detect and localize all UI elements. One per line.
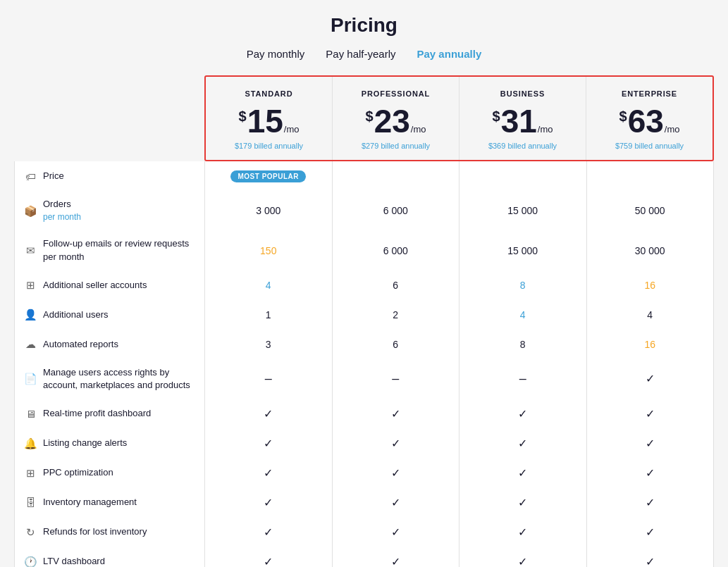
feature-label-profit-dashboard: 🖥 Real-time profit dashboard xyxy=(15,399,205,428)
plan-inventory-business: ✓ xyxy=(459,487,587,517)
plan-price-professional: $ 23 /mo xyxy=(340,105,452,137)
check-icon: ✓ xyxy=(391,555,400,567)
check-icon: ✓ xyxy=(264,466,273,480)
feature-text-alerts: Listing change alerts xyxy=(43,437,196,449)
plan-profit-professional: ✓ xyxy=(333,399,460,428)
grid-icon: ⊞ xyxy=(23,466,37,480)
dash-icon: – xyxy=(392,371,399,386)
plan-ltv-professional: ✓ xyxy=(333,547,460,567)
feature-text-profit-dashboard: Real-time profit dashboard xyxy=(43,407,196,420)
plan-currency-standard: $ xyxy=(239,109,247,123)
plan-seller-professional: 6 xyxy=(333,270,460,300)
plan-access-enterprise: ✓ xyxy=(587,359,714,399)
plan-seller-enterprise: 16 xyxy=(587,270,714,300)
feature-text-refunds: Refunds for lost inventory xyxy=(43,525,196,538)
orders-icon: 📦 xyxy=(23,204,37,218)
plan-inventory-standard: ✓ xyxy=(205,487,333,517)
plan-profit-standard: ✓ xyxy=(205,399,333,428)
plan-currency-business: $ xyxy=(493,109,500,123)
feature-text-inventory: Inventory management xyxy=(43,496,196,509)
plan-emails-professional: 6 000 xyxy=(333,230,460,270)
features-col-spacer xyxy=(14,75,204,161)
check-icon: ✓ xyxy=(391,437,400,450)
plan-billed-professional: $279 billed annually xyxy=(340,142,452,150)
feature-text-orders: Orders per month xyxy=(43,198,196,223)
check-icon: ✓ xyxy=(646,372,655,385)
plan-price-professional-cell xyxy=(333,161,460,191)
check-icon: ✓ xyxy=(518,437,527,450)
feature-row-users: 👤 Additional users 1 2 4 4 xyxy=(15,300,713,330)
price-tag-icon: 🏷 xyxy=(23,169,37,183)
plan-emails-business: 15 000 xyxy=(459,230,587,270)
plan-price-enterprise-cell xyxy=(587,161,714,191)
tab-annually[interactable]: Pay annually xyxy=(417,46,482,61)
plan-header-business: BUSINESS $ 31 /mo $369 billed annually xyxy=(459,77,586,160)
plan-currency-professional: $ xyxy=(366,109,374,123)
check-icon: ✓ xyxy=(391,496,400,509)
feature-row-orders: 📦 Orders per month 3 000 6 000 15 000 50… xyxy=(15,191,713,230)
check-icon: ✓ xyxy=(518,496,527,509)
bell-icon: 🔔 xyxy=(23,436,37,450)
feature-row-seller-accounts: ⊞ Additional seller accounts 4 6 8 16 xyxy=(15,270,713,300)
plan-ltv-enterprise: ✓ xyxy=(587,547,714,567)
plan-orders-enterprise: 50 000 xyxy=(587,191,714,230)
feature-text-access-rights: Manage users access rights by account, m… xyxy=(43,366,196,392)
plan-price-standard: $ 15 /mo xyxy=(213,105,325,137)
feature-row-ppc: ⊞ PPC optimization ✓ ✓ ✓ ✓ xyxy=(15,458,713,487)
plan-orders-business: 15 000 xyxy=(459,191,587,230)
plan-access-business: – xyxy=(459,359,587,399)
feature-text-price: Price xyxy=(43,170,196,182)
check-icon: ✓ xyxy=(518,407,527,420)
plan-period-standard: /mo xyxy=(284,124,300,135)
email-icon: ✉ xyxy=(23,244,37,258)
feature-row-alerts: 🔔 Listing change alerts ✓ ✓ ✓ ✓ xyxy=(15,428,713,458)
check-icon: ✓ xyxy=(391,466,400,480)
plan-ltv-standard: ✓ xyxy=(205,547,333,567)
plan-users-business: 4 xyxy=(459,300,587,330)
check-icon: ✓ xyxy=(391,407,400,420)
plan-price-business-cell xyxy=(459,161,587,191)
check-icon: ✓ xyxy=(646,466,655,480)
feature-text-users: Additional users xyxy=(43,309,196,321)
feature-text-seller-accounts: Additional seller accounts xyxy=(43,279,196,292)
check-icon: ✓ xyxy=(264,525,273,539)
feature-label-inventory: 🗄 Inventory management xyxy=(15,487,205,517)
plan-users-standard: 1 xyxy=(205,300,333,330)
check-icon: ✓ xyxy=(518,466,527,480)
feature-label-alerts: 🔔 Listing change alerts xyxy=(15,428,205,458)
feature-row-access-rights: 📄 Manage users access rights by account,… xyxy=(15,359,713,399)
box-icon: 🗄 xyxy=(23,495,37,509)
dash-icon: – xyxy=(519,371,526,386)
feature-text-reports: Automated reports xyxy=(43,338,196,351)
plan-header-professional: PROFESSIONAL $ 23 /mo $279 billed annual… xyxy=(333,77,459,160)
plan-users-professional: 2 xyxy=(333,300,460,330)
check-icon: ✓ xyxy=(264,437,273,450)
plan-currency-enterprise: $ xyxy=(619,109,627,123)
clock-icon: 🕐 xyxy=(23,554,37,567)
plan-name-enterprise: ENTERPRISE xyxy=(593,89,705,98)
document-icon: 📄 xyxy=(23,372,37,386)
plan-price-business: $ 31 /mo xyxy=(467,105,579,137)
plan-reports-standard: 3 xyxy=(205,330,333,359)
page-wrapper: Pricing Pay monthly Pay half-yearly Pay … xyxy=(0,0,728,567)
dash-icon: – xyxy=(265,371,272,386)
plan-alerts-enterprise: ✓ xyxy=(587,428,714,458)
plan-reports-enterprise: 16 xyxy=(587,330,714,359)
tab-halfyearly[interactable]: Pay half-yearly xyxy=(326,46,395,61)
plan-refunds-enterprise: ✓ xyxy=(587,517,714,547)
feature-row-inventory: 🗄 Inventory management ✓ ✓ ✓ ✓ xyxy=(15,487,713,517)
plan-profit-enterprise: ✓ xyxy=(587,399,714,428)
plan-reports-professional: 6 xyxy=(333,330,460,359)
feature-row-price: 🏷 Price MOST POPULAR xyxy=(15,161,713,191)
feature-row-profit-dashboard: 🖥 Real-time profit dashboard ✓ ✓ ✓ ✓ xyxy=(15,399,713,428)
feature-row-refunds: ↻ Refunds for lost inventory ✓ ✓ ✓ ✓ xyxy=(15,517,713,547)
plan-seller-business: 8 xyxy=(459,270,587,300)
check-icon: ✓ xyxy=(518,555,527,567)
plan-inventory-enterprise: ✓ xyxy=(587,487,714,517)
tab-monthly[interactable]: Pay monthly xyxy=(247,46,305,61)
feature-text-ltv: LTV dashboard xyxy=(43,555,196,567)
check-icon: ✓ xyxy=(391,525,400,539)
plan-ppc-standard: ✓ xyxy=(205,458,333,487)
plan-emails-enterprise: 30 000 xyxy=(587,230,714,270)
plan-ppc-business: ✓ xyxy=(459,458,587,487)
